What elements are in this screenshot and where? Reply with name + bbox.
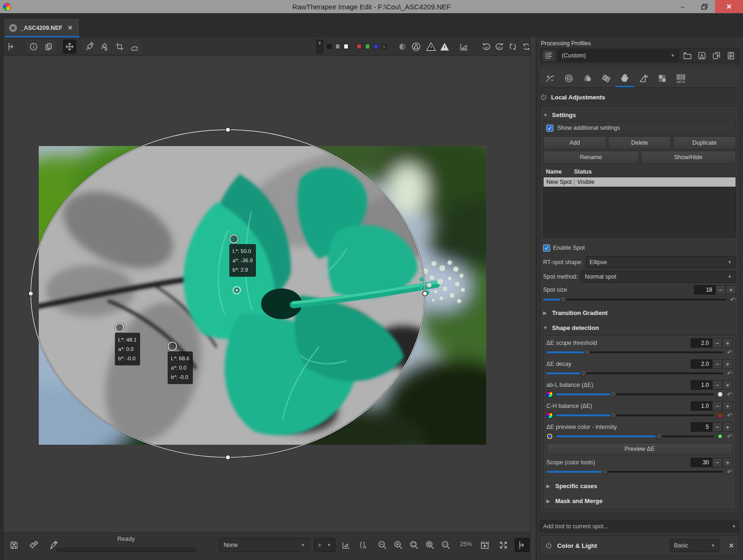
tab-detail[interactable] <box>559 70 578 87</box>
slider-knob[interactable] <box>580 370 587 377</box>
de-decay-value[interactable]: 2.0 <box>691 359 712 369</box>
minus-icon[interactable]: − <box>712 458 722 467</box>
save-image-button[interactable] <box>7 538 21 552</box>
crop-guide-toggle[interactable] <box>410 40 423 54</box>
add-tool-dropdown[interactable]: Add tool to current spot... ▼ <box>540 520 739 532</box>
background-color-toggle[interactable]: T <box>316 40 323 54</box>
fullscreen-button[interactable] <box>496 538 511 552</box>
zoom-out-button[interactable] <box>375 538 390 552</box>
shadow-clipping-toggle[interactable] <box>425 40 438 54</box>
show-additional-settings-row[interactable]: ✓ Show additional settings <box>543 121 736 134</box>
detach-inspector-button[interactable] <box>477 538 492 552</box>
show-additional-checkbox[interactable]: ✓ <box>546 125 553 132</box>
before-after-view-select[interactable]: ▼ <box>314 538 335 552</box>
spot-status-cell[interactable]: Visible <box>574 179 594 185</box>
rotate-left-90-button[interactable]: 90° <box>480 40 493 54</box>
reset-icon[interactable]: ↶ <box>726 469 733 476</box>
profile-select[interactable]: (Custom) ▼ <box>558 49 679 62</box>
image-info-button[interactable] <box>26 40 41 54</box>
probe-marker-icon[interactable] <box>229 234 239 244</box>
profile-fill-mode-button[interactable] <box>542 49 555 62</box>
mask-and-merge-expander[interactable]: ▶ Mask and Merge <box>546 495 733 506</box>
plus-icon[interactable]: + <box>722 401 733 411</box>
slider-knob[interactable] <box>584 349 590 356</box>
highlight-clipping-toggle[interactable] <box>438 40 452 54</box>
zoom-in-button[interactable] <box>391 538 406 552</box>
reset-icon[interactable]: ↶ <box>726 412 733 419</box>
abl-balance-value[interactable]: 1.0 <box>691 380 712 390</box>
spot-table-empty-area[interactable] <box>543 187 736 238</box>
slider-knob[interactable] <box>656 433 662 440</box>
name-column-header[interactable]: Name <box>543 168 574 175</box>
rt-spot-shape-select[interactable]: Ellipse ▼ <box>586 256 736 268</box>
status-column-header[interactable]: Status <box>574 168 592 175</box>
minimize-button[interactable]: – <box>672 0 693 13</box>
green-channel-swatch[interactable] <box>365 44 370 49</box>
minus-icon[interactable]: − <box>715 285 726 294</box>
toggle-right-panel-button[interactable] <box>515 538 530 552</box>
plus-icon[interactable]: + <box>722 338 733 348</box>
de-scope-threshold-slider[interactable] <box>546 351 723 353</box>
image-canvas[interactable]: L*: 50.0 a*: -36.9 b*: 2.9 L*: 48.1 a*: … <box>4 56 530 532</box>
plus-icon[interactable]: + <box>726 285 736 294</box>
spot-handle-bottom[interactable] <box>226 455 230 460</box>
reset-icon[interactable]: ↶ <box>729 296 736 303</box>
straighten-tool-button[interactable] <box>127 40 142 54</box>
panel-layout-button[interactable] <box>5 40 18 54</box>
complexity-select[interactable]: Basic ▼ <box>670 539 719 552</box>
duplicate-spot-button[interactable]: Duplicate <box>673 136 736 149</box>
tab-transform[interactable] <box>634 70 653 87</box>
spot-name-cell[interactable]: New Spot <box>544 179 574 185</box>
scope-color-tools-value[interactable]: 30 <box>691 458 712 467</box>
minus-icon[interactable]: − <box>712 359 722 369</box>
spot-size-slider[interactable] <box>543 299 726 301</box>
abl-balance-slider[interactable] <box>556 393 714 395</box>
de-decay-slider[interactable] <box>546 372 723 374</box>
flip-horizontal-button[interactable] <box>506 40 520 54</box>
tab-advanced[interactable] <box>597 70 616 87</box>
bg-black-swatch[interactable] <box>327 44 332 49</box>
slider-knob[interactable] <box>560 296 566 303</box>
settings-expander[interactable]: ▼ Settings <box>543 109 736 120</box>
probe-marker-icon[interactable] <box>168 342 177 351</box>
minus-icon[interactable]: − <box>712 422 722 432</box>
slider-knob[interactable] <box>601 469 608 475</box>
delete-spot-button[interactable]: Delete <box>608 136 671 149</box>
power-icon[interactable] <box>545 542 552 549</box>
copy-profile-button[interactable] <box>710 49 722 63</box>
power-icon[interactable] <box>540 93 547 101</box>
luminance-channel-swatch[interactable]: L <box>382 44 387 49</box>
spot-handle-top[interactable] <box>226 127 230 132</box>
spot-method-select[interactable]: Normal spot ▼ <box>580 271 736 283</box>
color-probe[interactable]: L*: 48.1 a*: 0.0 b*: -0.0 <box>115 323 140 365</box>
tab-metadata[interactable]: META <box>672 70 690 87</box>
reset-icon[interactable]: ↶ <box>726 349 733 356</box>
save-profile-button[interactable] <box>696 49 708 63</box>
plus-icon[interactable]: + <box>722 380 733 390</box>
color-probe[interactable]: L*: 68.6 a*: 0.0 b*: -0.0 <box>168 342 193 384</box>
color-probe[interactable]: L*: 50.0 a*: -36.9 b*: 2.9 <box>229 234 256 277</box>
split-view-toggle[interactable] <box>355 538 370 552</box>
tab-close-icon[interactable]: ✕ <box>68 24 73 31</box>
slider-knob[interactable] <box>610 391 616 398</box>
de-scope-threshold-value[interactable]: 2.0 <box>691 338 712 348</box>
scope-color-tools-slider[interactable] <box>546 471 723 473</box>
enable-spot-checkbox[interactable]: ✓ <box>543 245 550 252</box>
reset-icon[interactable]: ↶ <box>726 391 733 398</box>
spot-size-value[interactable]: 18 <box>694 285 715 294</box>
tab-local-adjustments[interactable] <box>616 70 634 87</box>
slider-knob[interactable] <box>610 412 616 419</box>
reset-icon[interactable]: ↶ <box>726 370 733 377</box>
rename-spot-button[interactable]: Rename <box>543 151 639 164</box>
close-button[interactable]: ✕ <box>715 0 743 13</box>
bg-white-swatch[interactable] <box>344 44 348 49</box>
tab-color[interactable] <box>578 70 597 87</box>
white-balance-picker-button[interactable] <box>97 40 112 54</box>
panel-divider[interactable] <box>530 37 536 560</box>
plus-icon[interactable]: + <box>722 458 733 467</box>
minus-icon[interactable]: − <box>712 380 722 390</box>
hand-pan-tool-button[interactable] <box>63 40 77 54</box>
de-preview-intensity-value[interactable]: 5 <box>691 422 712 432</box>
crop-tool-button[interactable] <box>112 40 127 54</box>
red-channel-swatch[interactable] <box>357 44 361 49</box>
